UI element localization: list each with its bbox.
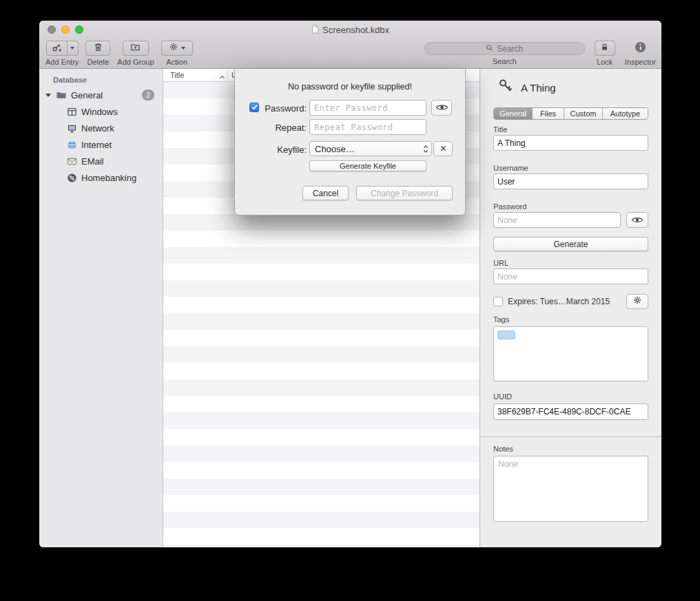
password-field-label: Password [493, 202, 526, 211]
inspector-panel: A Thing General Files Custom Autotype Ti… [480, 69, 661, 547]
action-label: Action [166, 58, 187, 66]
expires-settings-button[interactable] [626, 294, 648, 309]
window-chrome: Screenshot.kdbx Add Entry [39, 21, 661, 69]
search-label: Search [493, 57, 517, 65]
sidebar-item-label: Network [81, 123, 114, 134]
repeat-label: Repeat: [261, 123, 307, 133]
percent-coin-icon [65, 173, 78, 183]
add-entry-button[interactable] [46, 41, 68, 56]
monitor-icon [65, 123, 78, 134]
sidebar-item-windows[interactable]: Windows [39, 103, 163, 120]
chevron-down-icon [181, 47, 185, 50]
clear-keyfile-button[interactable] [433, 141, 453, 156]
lock-button[interactable] [595, 41, 615, 56]
add-group-button[interactable] [123, 41, 149, 56]
password-field[interactable] [493, 212, 621, 228]
document-proxy-icon [311, 25, 319, 36]
column-header-title[interactable]: Title [170, 71, 184, 79]
padlock-icon [600, 42, 609, 54]
inspector-button[interactable] [635, 41, 646, 56]
password-checkbox[interactable] [249, 103, 259, 112]
show-password-button[interactable] [626, 212, 648, 228]
globe-icon [65, 140, 78, 150]
username-field[interactable] [493, 173, 648, 189]
uuid-field[interactable] [493, 403, 648, 420]
cancel-button[interactable]: Cancel [302, 186, 349, 200]
sidebar-item-label: Internet [81, 140, 112, 150]
tab-custom[interactable]: Custom [564, 108, 603, 119]
title-field[interactable] [493, 135, 648, 151]
sort-ascending-icon [219, 72, 225, 81]
delete-toolbar-item: Delete [85, 41, 110, 66]
eye-icon [631, 214, 644, 226]
keyfile-popup-value: Choose… [315, 144, 355, 154]
desktop-background: { "window": { "title": "Screenshot.kdbx"… [0, 0, 700, 601]
popup-chevrons-icon [423, 145, 429, 156]
change-password-sheet: No password or keyfile supplied! Passwor… [234, 69, 466, 215]
window-title-text: Screenshot.kdbx [322, 25, 389, 35]
notes-field[interactable] [493, 456, 648, 522]
generate-password-button[interactable]: Generate [493, 237, 648, 251]
repeat-password-input[interactable] [309, 119, 426, 135]
tab-files[interactable]: Files [533, 108, 564, 119]
keyfile-popup[interactable]: Choose… [309, 141, 432, 156]
sidebar-item-internet[interactable]: Internet [39, 136, 163, 153]
add-entry-toolbar-item: Add Entry [45, 41, 79, 66]
sheet-message: No password or keyfile supplied! [235, 82, 465, 92]
tag-chip[interactable] [497, 330, 515, 339]
action-button[interactable] [161, 41, 193, 56]
app-window: Screenshot.kdbx Add Entry [39, 21, 661, 547]
sidebar-item-general[interactable]: General 2 [39, 87, 163, 103]
gear-icon [169, 42, 178, 54]
add-group-toolbar-item: Add Group [117, 41, 154, 66]
password-label: Password: [261, 103, 307, 114]
entry-count-badge: 2 [142, 89, 154, 101]
chevron-down-icon [70, 47, 74, 50]
keyfile-label: Keyfile: [261, 145, 307, 155]
search-toolbar-item: Search Search [424, 41, 585, 65]
sidebar-item-homebanking[interactable]: Homebanking [39, 169, 163, 186]
expires-checkbox[interactable] [493, 297, 503, 306]
url-field-label: URL [493, 259, 508, 267]
change-password-button[interactable]: Change Password [356, 186, 453, 200]
tab-general[interactable]: General [494, 108, 533, 119]
title-field-label: Title [493, 125, 507, 134]
tab-autotype[interactable]: Autotype [603, 108, 648, 119]
add-entry-dropdown-button[interactable] [67, 41, 79, 56]
delete-button[interactable] [85, 41, 110, 56]
lock-label: Lock [597, 58, 612, 66]
gear-icon [632, 295, 642, 308]
tags-box[interactable] [493, 326, 648, 381]
tags-label: Tags [493, 315, 509, 324]
generate-keyfile-button[interactable]: Generate Keyfile [309, 160, 426, 171]
eye-icon [435, 102, 449, 114]
add-entry-label: Add Entry [45, 58, 79, 66]
disclosure-triangle-icon[interactable] [45, 94, 52, 97]
notes-label: Notes [493, 445, 513, 453]
search-input[interactable]: Search [424, 42, 585, 55]
column-divider [227, 70, 228, 80]
show-password-button[interactable] [431, 100, 452, 116]
folder-plus-icon [130, 42, 141, 55]
window-icon [65, 107, 78, 117]
sidebar-item-label: Windows [81, 107, 118, 117]
sidebar-item-label: Homebanking [81, 173, 136, 183]
group-sidebar: Database General 2 Windows Network [39, 69, 163, 547]
sidebar-item-label: EMail [81, 156, 104, 167]
uuid-label: UUID [493, 392, 512, 401]
password-input[interactable] [309, 100, 426, 116]
lock-toolbar-item: Lock [595, 41, 615, 66]
expires-label: Expires: Tues…March 2015 [508, 297, 610, 306]
folder-icon [55, 89, 68, 101]
sidebar-item-email[interactable]: EMail [39, 153, 163, 169]
inspector-entry-header: A Thing [497, 74, 556, 101]
trash-icon [93, 42, 103, 55]
x-icon [440, 143, 447, 155]
sidebar-section-header: Database [39, 69, 163, 87]
action-toolbar-item: Action [161, 41, 193, 66]
sidebar-item-network[interactable]: Network [39, 120, 163, 136]
info-circle-icon [635, 41, 646, 56]
key-plus-icon [52, 42, 62, 55]
url-field[interactable] [493, 268, 648, 284]
search-placeholder: Search [497, 44, 523, 54]
